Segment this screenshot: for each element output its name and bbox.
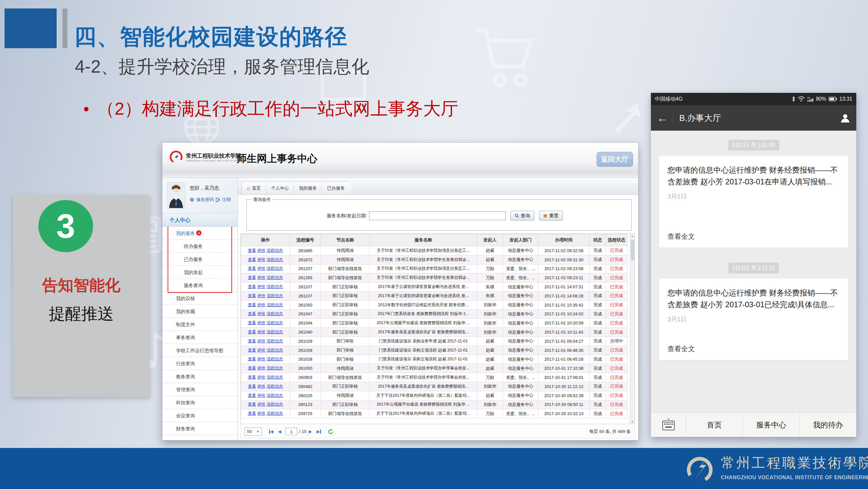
action-link-流程信息[interactable]: 流程信息 xyxy=(267,303,283,307)
action-link-评价[interactable]: 评价 xyxy=(257,248,266,253)
action-link-查看[interactable]: 查看 xyxy=(248,384,256,389)
action-link-评价[interactable]: 评价 xyxy=(257,293,266,298)
action-link-查看[interactable]: 查看 xyxy=(248,357,256,361)
action-link-流程信息[interactable]: 流程信息 xyxy=(267,366,283,370)
sidebar-item-我的发起[interactable]: 我的发起 xyxy=(162,266,238,279)
return-hall-button[interactable]: 返回大厅 xyxy=(596,152,633,167)
sidebar-section-personal-center[interactable]: 个人中心 xyxy=(162,214,238,227)
action-link-评价[interactable]: 评价 xyxy=(257,312,266,316)
action-link-查看[interactable]: 查看 xyxy=(248,248,256,253)
last-page-button[interactable]: ▶ xyxy=(317,429,321,434)
first-page-button[interactable]: ◀ xyxy=(269,429,273,434)
action-link-查看[interactable]: 查看 xyxy=(248,366,256,370)
action-link-评价[interactable]: 评价 xyxy=(257,348,266,352)
sidebar-item-制度文件[interactable]: 制度文件 xyxy=(162,318,238,331)
action-link-流程信息[interactable]: 流程信息 xyxy=(267,339,283,343)
action-link-评价[interactable]: 评价 xyxy=(257,339,266,343)
action-link-评价[interactable]: 评价 xyxy=(257,266,266,271)
action-link-评价[interactable]: 评价 xyxy=(257,275,266,280)
reset-button[interactable]: 重置 xyxy=(539,211,563,221)
action-link-查看[interactable]: 查看 xyxy=(248,321,256,325)
action-link-查看[interactable]: 查看 xyxy=(248,275,256,280)
action-link-评价[interactable]: 评价 xyxy=(257,321,266,325)
table-scrollbar[interactable]: ▲ ▼ xyxy=(630,234,634,424)
action-link-流程信息[interactable]: 流程信息 xyxy=(267,248,283,253)
action-link-评价[interactable]: 评价 xyxy=(257,357,266,361)
keyboard-toggle[interactable] xyxy=(651,413,686,437)
page-number-input[interactable]: 1 xyxy=(285,428,297,435)
action-link-流程信息[interactable]: 流程信息 xyxy=(267,257,283,262)
action-link-查看[interactable]: 查看 xyxy=(248,257,256,262)
sidebar-item-服务查询[interactable]: 服务查询 xyxy=(162,279,238,292)
action-link-查看[interactable]: 查看 xyxy=(248,303,256,307)
phone-tab-首页[interactable]: 首页 xyxy=(686,413,743,437)
action-link-查看[interactable]: 查看 xyxy=(248,293,256,298)
action-link-流程信息[interactable]: 流程信息 xyxy=(267,312,283,316)
action-link-评价[interactable]: 评价 xyxy=(257,330,266,334)
next-page-button[interactable]: ▶ xyxy=(309,429,312,434)
sidebar-item-我的服务[interactable]: 我的服务4 xyxy=(162,227,238,240)
action-link-评价[interactable]: 评价 xyxy=(257,393,266,398)
sidebar-item-待办服务[interactable]: 待办服务 xyxy=(162,240,238,253)
message-card[interactable]: 您申请的信息中心运行维护费 财务经费报销——不含差旅费 赵小芳 2017-03-… xyxy=(659,156,848,248)
action-link-流程信息[interactable]: 流程信息 xyxy=(267,375,283,379)
action-link-评价[interactable]: 评价 xyxy=(257,257,266,262)
action-link-流程信息[interactable]: 流程信息 xyxy=(267,330,283,334)
action-link-评价[interactable]: 评价 xyxy=(257,402,266,407)
action-link-查看[interactable]: 查看 xyxy=(248,402,256,407)
action-link-流程信息[interactable]: 流程信息 xyxy=(267,275,283,280)
sidebar-item-我的议核[interactable]: 我的议核 xyxy=(162,292,238,305)
profile-icon[interactable] xyxy=(840,113,850,123)
action-link-查看[interactable]: 查看 xyxy=(248,348,256,352)
sidebar-item-事务查询[interactable]: 事务查询 xyxy=(162,331,238,344)
query-input[interactable] xyxy=(369,211,506,220)
action-link-查看[interactable]: 查看 xyxy=(248,411,256,416)
action-link-评价[interactable]: 评价 xyxy=(257,284,266,289)
sidebar-item-我的收藏[interactable]: 我的收藏 xyxy=(162,305,238,318)
action-link-流程信息[interactable]: 流程信息 xyxy=(267,411,283,416)
view-full-text-link[interactable]: 查看全文 xyxy=(668,232,840,241)
action-link-查看[interactable]: 查看 xyxy=(248,266,256,271)
action-link-查看[interactable]: 查看 xyxy=(248,339,256,343)
breadcrumb-item-首页[interactable]: ⌂首页 xyxy=(241,181,270,195)
breadcrumb-item-个人中心[interactable]: 个人中心 xyxy=(266,181,298,195)
sidebar-item-学校工作运行思维导图[interactable]: 学校工作运行思维导图 xyxy=(162,344,238,357)
action-link-流程信息[interactable]: 流程信息 xyxy=(267,357,283,361)
sidebar-item-已办服务[interactable]: 已办服务 xyxy=(162,253,238,266)
action-link-评价[interactable]: 评价 xyxy=(257,375,266,379)
action-link-流程信息[interactable]: 流程信息 xyxy=(267,384,283,389)
refresh-icon[interactable] xyxy=(328,429,334,435)
phone-tab-我的待办[interactable]: 我的待办 xyxy=(800,413,856,437)
action-link-评价[interactable]: 评价 xyxy=(257,384,266,389)
back-arrow-icon[interactable]: ← xyxy=(657,112,668,123)
breadcrumb-item-我的服务[interactable]: 我的服务 xyxy=(293,181,326,195)
action-link-流程信息[interactable]: 流程信息 xyxy=(267,321,283,325)
action-link-查看[interactable]: 查看 xyxy=(248,375,256,379)
action-link-查看[interactable]: 查看 xyxy=(248,393,256,398)
view-full-text-link[interactable]: 查看全文 xyxy=(668,344,840,353)
page-size-select[interactable]: 50▼ xyxy=(245,427,262,436)
action-link-流程信息[interactable]: 流程信息 xyxy=(267,293,283,298)
action-link-评价[interactable]: 评价 xyxy=(257,366,266,370)
sidebar-item-管理查询[interactable]: 管理查询 xyxy=(162,383,238,396)
action-link-评价[interactable]: 评价 xyxy=(257,411,266,416)
action-link-查看[interactable]: 查看 xyxy=(248,284,256,289)
breadcrumb-item-已办服务[interactable]: 已办服务 xyxy=(321,181,353,195)
sidebar-item-财务查询[interactable]: 财务查询 xyxy=(162,422,238,435)
sidebar-item-行政查询[interactable]: 行政查询 xyxy=(162,357,238,370)
prev-page-button[interactable]: ◀ xyxy=(278,429,281,434)
sidebar-item-教务查询[interactable]: 教务查询 xyxy=(162,370,238,383)
action-link-流程信息[interactable]: 流程信息 xyxy=(267,284,283,289)
action-link-查看[interactable]: 查看 xyxy=(248,312,256,316)
scrollbar-thumb[interactable] xyxy=(631,240,634,261)
sidebar-item-会议查询[interactable]: 会议查询 xyxy=(162,409,238,422)
phone-tab-服务中心[interactable]: 服务中心 xyxy=(743,413,800,437)
action-link-查看[interactable]: 查看 xyxy=(248,330,256,334)
logout-link[interactable]: 注销 xyxy=(222,197,231,203)
action-link-流程信息[interactable]: 流程信息 xyxy=(267,393,283,398)
action-link-流程信息[interactable]: 流程信息 xyxy=(267,266,283,271)
sidebar-item-科技查询[interactable]: 科技查询 xyxy=(162,396,238,409)
action-link-流程信息[interactable]: 流程信息 xyxy=(267,402,283,407)
action-link-流程信息[interactable]: 流程信息 xyxy=(267,348,283,352)
change-password-link[interactable]: 修改密码 xyxy=(196,197,214,203)
